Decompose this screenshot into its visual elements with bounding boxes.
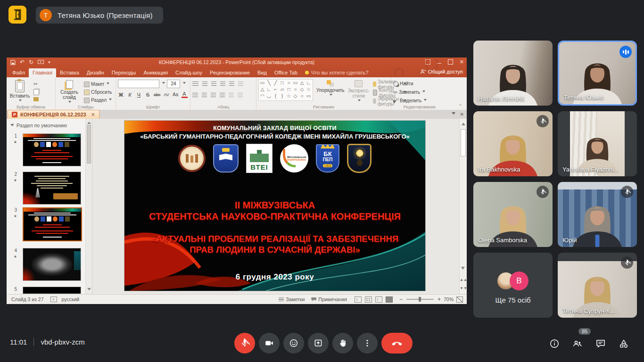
format-painter-icon[interactable] — [33, 97, 39, 101]
slide-sorter-view-icon[interactable] — [365, 296, 372, 303]
strikethrough-button[interactable]: abc — [154, 92, 161, 97]
camera-toggle-button[interactable] — [259, 333, 280, 354]
decrease-indent-icon[interactable] — [211, 82, 216, 87]
tab-list-dropdown-icon[interactable] — [452, 112, 455, 116]
increase-indent-icon[interactable] — [220, 82, 225, 87]
thumbnail-row[interactable]: 1 — [8, 133, 81, 166]
slide-1-thumbnail[interactable] — [23, 133, 81, 166]
text-direction-icon[interactable] — [238, 82, 243, 87]
align-center-icon[interactable] — [202, 93, 207, 98]
zoom-level[interactable]: 70% — [444, 296, 454, 302]
section-button[interactable]: Раздел — [84, 97, 112, 104]
participant-tile[interactable]: Тетяна Супрун-К... — [558, 253, 637, 318]
font-color-button[interactable]: А — [182, 91, 188, 98]
new-slide-button[interactable]: Создать слайд — [58, 79, 81, 104]
mic-toggle-button[interactable] — [234, 333, 255, 354]
chat-button[interactable] — [595, 338, 606, 349]
close-pane-icon[interactable]: ✕ — [460, 112, 464, 117]
participant-tile[interactable]: Наталія ЛІННИК — [473, 41, 553, 106]
replace-button[interactable]: abЗаменить — [393, 89, 446, 96]
tab-slideshow[interactable]: Слайд-шоу — [172, 68, 206, 77]
share-button[interactable]: Общий доступ — [420, 69, 463, 74]
zoom-slider[interactable] — [406, 299, 434, 300]
section-header[interactable]: Раздел по умолчанию — [10, 123, 67, 128]
bullets-icon[interactable] — [192, 82, 198, 87]
comments-toggle[interactable]: Примечания — [318, 296, 347, 302]
participant-tile-speaking[interactable]: Тетяна Юзько — [558, 41, 637, 106]
tab-insert[interactable]: Вставка — [56, 68, 83, 77]
meet-app-logo[interactable] — [8, 6, 26, 24]
close-icon[interactable]: ✕ — [460, 59, 464, 65]
participant-tile[interactable]: Юрій — [558, 182, 637, 247]
close-document-icon[interactable]: ✕ — [91, 112, 95, 118]
more-options-button[interactable] — [357, 333, 378, 354]
arrange-button[interactable]: Упорядочить — [316, 79, 345, 97]
change-case-button[interactable]: Aa — [173, 92, 179, 97]
cut-icon[interactable]: ✂ — [33, 81, 39, 87]
tab-office-tab[interactable]: Office Tab — [271, 68, 301, 77]
reading-view-icon[interactable] — [375, 296, 382, 303]
more-participants-tile[interactable]: B Ще 75 осіб — [473, 253, 553, 318]
zoom-out-icon[interactable]: − — [398, 296, 404, 303]
align-left-icon[interactable] — [192, 93, 198, 98]
font-name-combobox[interactable] — [118, 80, 159, 88]
align-right-icon[interactable] — [211, 93, 216, 98]
ribbon-display-options-icon[interactable] — [425, 59, 430, 65]
zoom-in-icon[interactable]: + — [437, 296, 442, 303]
raise-hand-button[interactable] — [332, 333, 353, 354]
tab-file[interactable]: Файл — [8, 68, 29, 77]
minimize-icon[interactable] — [437, 63, 441, 64]
font-size-combobox[interactable]: 24 — [167, 80, 180, 88]
current-slide[interactable]: КОМУНАЛЬНИЙ ЗАКЛАД ВИЩОЇ ОСВІТИ «БАРСЬКИ… — [124, 121, 425, 291]
participant-tile[interactable]: Ira Bakhnovska — [473, 111, 553, 176]
select-button[interactable]: Выделить — [393, 97, 446, 104]
tab-design[interactable]: Дизайн — [83, 68, 108, 77]
slide-5-thumbnail[interactable] — [23, 287, 81, 294]
restore-icon[interactable] — [448, 59, 453, 65]
reset-button[interactable]: Сбросить — [84, 89, 112, 96]
numbering-icon[interactable] — [202, 82, 207, 87]
activities-button[interactable] — [618, 338, 629, 349]
meeting-details-button[interactable] — [549, 338, 560, 349]
tell-me-box[interactable]: Что вы хотите сделать? — [301, 68, 372, 77]
reactions-button[interactable] — [283, 333, 304, 354]
thumbnail-row[interactable]: 2 — [8, 172, 81, 205]
next-slide-icon[interactable]: ▼▼ — [460, 286, 467, 290]
thumbnail-scrollbar[interactable] — [85, 119, 92, 294]
thumbnail-row[interactable]: 3 — [8, 207, 82, 241]
tab-view[interactable]: Вид — [254, 68, 271, 77]
participant-tile[interactable]: Yaroslava Flyazhni... — [558, 111, 637, 176]
justify-icon[interactable] — [220, 93, 225, 98]
presenter-pill[interactable]: T Тетяна Юзько (Презентація) — [36, 7, 163, 24]
columns-icon[interactable] — [229, 93, 234, 98]
show-everyone-button[interactable] — [572, 338, 583, 349]
copy-icon[interactable] — [33, 89, 39, 95]
tab-transitions[interactable]: Переходы — [108, 68, 140, 77]
tab-review[interactable]: Рецензирование — [206, 68, 254, 77]
thumbnail-row[interactable]: 4 — [8, 248, 81, 281]
previous-slide-icon[interactable]: ▲▲ — [460, 278, 467, 282]
shapes-gallery[interactable]: ▭╲╱□○▭△∟ △∟⌐▱□○◇☆ ◠◡()☆◇○▭ — [258, 79, 313, 101]
slideshow-view-icon[interactable] — [386, 296, 393, 303]
fit-slide-icon[interactable] — [456, 296, 463, 303]
main-scrollbar[interactable]: ▲▲ ▼▼ — [459, 119, 467, 294]
slide-2-thumbnail[interactable] — [23, 172, 81, 205]
layout-button[interactable]: Макет — [84, 81, 112, 88]
paste-button[interactable]: Вставить — [8, 79, 31, 103]
collapse-ribbon-icon[interactable]: ⌃ — [458, 104, 462, 108]
notes-toggle[interactable]: Заметки — [286, 296, 305, 302]
line-spacing-icon[interactable] — [229, 82, 234, 87]
quick-styles-button[interactable]: Экспресс-стили — [348, 79, 370, 103]
slide-4-thumbnail[interactable] — [23, 248, 81, 281]
italic-button[interactable]: К — [127, 92, 133, 98]
accessibility-check-icon[interactable]: x — [50, 296, 57, 302]
smartart-convert-icon[interactable] — [238, 93, 243, 98]
present-button[interactable] — [308, 333, 329, 354]
bold-button[interactable]: Ж — [118, 92, 124, 98]
underline-button[interactable]: Ч — [136, 92, 142, 98]
find-button[interactable]: Найти — [393, 80, 446, 87]
slide-3-thumbnail-selected[interactable] — [23, 207, 82, 241]
character-spacing-button[interactable]: AV — [164, 92, 170, 97]
normal-view-icon[interactable] — [355, 296, 362, 303]
tab-animations[interactable]: Анимация — [140, 68, 172, 77]
